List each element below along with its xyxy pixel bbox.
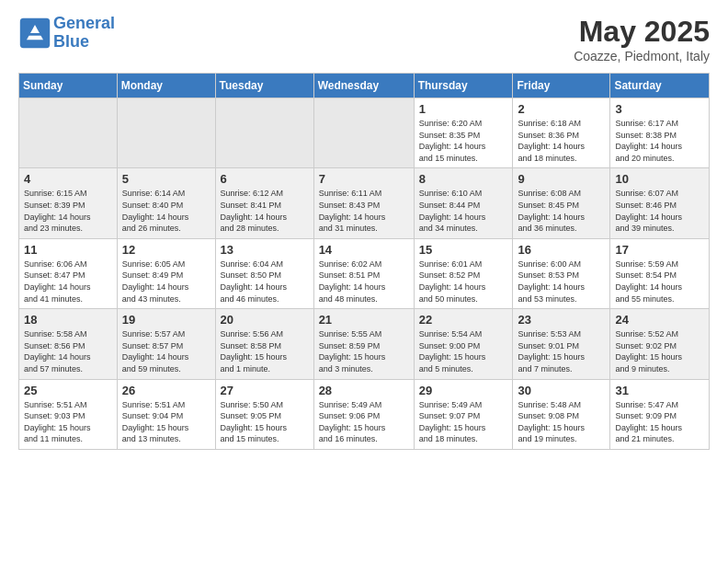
calendar-cell: 26Sunrise: 5:51 AM Sunset: 9:04 PM Dayli… bbox=[117, 379, 215, 449]
logo-general: General bbox=[53, 14, 115, 32]
day-info: Sunrise: 6:02 AM Sunset: 8:51 PM Dayligh… bbox=[319, 259, 409, 304]
day-info: Sunrise: 6:18 AM Sunset: 8:36 PM Dayligh… bbox=[518, 118, 605, 164]
weekday-header: Wednesday bbox=[313, 74, 414, 98]
day-number: 6 bbox=[221, 172, 309, 186]
day-number: 8 bbox=[419, 172, 508, 186]
calendar-week-row: 4Sunrise: 6:15 AM Sunset: 8:39 PM Daylig… bbox=[19, 168, 710, 238]
day-info: Sunrise: 6:00 AM Sunset: 8:53 PM Dayligh… bbox=[518, 259, 605, 304]
calendar-cell: 29Sunrise: 5:49 AM Sunset: 9:07 PM Dayli… bbox=[414, 379, 513, 449]
day-info: Sunrise: 5:52 AM Sunset: 9:02 PM Dayligh… bbox=[615, 328, 704, 374]
day-info: Sunrise: 5:51 AM Sunset: 9:03 PM Dayligh… bbox=[24, 399, 112, 445]
calendar-cell: 22Sunrise: 5:54 AM Sunset: 9:00 PM Dayli… bbox=[414, 309, 513, 379]
day-info: Sunrise: 6:20 AM Sunset: 8:35 PM Dayligh… bbox=[419, 118, 508, 164]
calendar-cell: 1Sunrise: 6:20 AM Sunset: 8:35 PM Daylig… bbox=[414, 98, 513, 168]
day-info: Sunrise: 5:50 AM Sunset: 9:05 PM Dayligh… bbox=[221, 399, 309, 445]
calendar-cell: 14Sunrise: 6:02 AM Sunset: 8:51 PM Dayli… bbox=[313, 238, 414, 308]
weekday-header-row: SundayMondayTuesdayWednesdayThursdayFrid… bbox=[19, 74, 710, 98]
calendar-cell: 16Sunrise: 6:00 AM Sunset: 8:53 PM Dayli… bbox=[513, 238, 610, 308]
day-number: 9 bbox=[518, 172, 605, 186]
weekday-header: Saturday bbox=[610, 74, 710, 98]
day-number: 13 bbox=[221, 243, 309, 257]
day-number: 1 bbox=[419, 102, 508, 116]
day-number: 29 bbox=[419, 384, 508, 397]
day-number: 14 bbox=[319, 243, 409, 257]
weekday-header: Thursday bbox=[414, 74, 513, 98]
page: General Blue May 2025 Coazze, Piedmont, … bbox=[0, 0, 728, 465]
calendar-cell: 19Sunrise: 5:57 AM Sunset: 8:57 PM Dayli… bbox=[117, 309, 215, 379]
calendar-cell bbox=[313, 98, 414, 168]
calendar-cell: 10Sunrise: 6:07 AM Sunset: 8:46 PM Dayli… bbox=[610, 168, 710, 238]
day-number: 16 bbox=[518, 243, 605, 257]
calendar-cell: 4Sunrise: 6:15 AM Sunset: 8:39 PM Daylig… bbox=[19, 168, 118, 238]
day-info: Sunrise: 5:58 AM Sunset: 8:56 PM Dayligh… bbox=[24, 328, 112, 374]
day-number: 25 bbox=[24, 384, 112, 397]
calendar-week-row: 25Sunrise: 5:51 AM Sunset: 9:03 PM Dayli… bbox=[19, 379, 710, 449]
day-info: Sunrise: 5:54 AM Sunset: 9:00 PM Dayligh… bbox=[419, 328, 508, 374]
day-number: 5 bbox=[122, 172, 210, 186]
calendar-cell: 12Sunrise: 6:05 AM Sunset: 8:49 PM Dayli… bbox=[117, 238, 215, 308]
logo-icon bbox=[18, 17, 51, 50]
logo: General Blue bbox=[18, 15, 115, 52]
day-info: Sunrise: 6:04 AM Sunset: 8:50 PM Dayligh… bbox=[221, 259, 309, 304]
calendar-cell: 17Sunrise: 5:59 AM Sunset: 8:54 PM Dayli… bbox=[610, 238, 710, 308]
day-info: Sunrise: 6:10 AM Sunset: 8:44 PM Dayligh… bbox=[419, 188, 508, 234]
calendar-cell bbox=[19, 98, 118, 168]
day-number: 26 bbox=[122, 384, 210, 397]
day-info: Sunrise: 6:06 AM Sunset: 8:47 PM Dayligh… bbox=[24, 259, 112, 304]
day-info: Sunrise: 6:08 AM Sunset: 8:45 PM Dayligh… bbox=[518, 188, 605, 234]
month-title: May 2025 bbox=[574, 15, 710, 49]
day-number: 10 bbox=[615, 172, 704, 186]
day-number: 12 bbox=[122, 243, 210, 257]
day-info: Sunrise: 6:15 AM Sunset: 8:39 PM Dayligh… bbox=[24, 188, 112, 234]
title-block: May 2025 Coazze, Piedmont, Italy bbox=[574, 15, 710, 63]
calendar-cell: 13Sunrise: 6:04 AM Sunset: 8:50 PM Dayli… bbox=[215, 238, 313, 308]
calendar-cell: 24Sunrise: 5:52 AM Sunset: 9:02 PM Dayli… bbox=[610, 309, 710, 379]
calendar-cell: 2Sunrise: 6:18 AM Sunset: 8:36 PM Daylig… bbox=[513, 98, 610, 168]
day-info: Sunrise: 5:51 AM Sunset: 9:04 PM Dayligh… bbox=[122, 399, 210, 445]
calendar-cell: 25Sunrise: 5:51 AM Sunset: 9:03 PM Dayli… bbox=[19, 379, 118, 449]
day-number: 20 bbox=[221, 313, 309, 327]
calendar-cell bbox=[215, 98, 313, 168]
day-info: Sunrise: 5:49 AM Sunset: 9:06 PM Dayligh… bbox=[319, 399, 409, 445]
day-number: 2 bbox=[518, 102, 605, 116]
day-info: Sunrise: 6:05 AM Sunset: 8:49 PM Dayligh… bbox=[122, 259, 210, 304]
calendar-cell bbox=[117, 98, 215, 168]
calendar-cell: 3Sunrise: 6:17 AM Sunset: 8:38 PM Daylig… bbox=[610, 98, 710, 168]
logo-text: General Blue bbox=[53, 15, 115, 52]
calendar-cell: 30Sunrise: 5:48 AM Sunset: 9:08 PM Dayli… bbox=[513, 379, 610, 449]
day-info: Sunrise: 5:56 AM Sunset: 8:58 PM Dayligh… bbox=[221, 328, 309, 374]
calendar-cell: 6Sunrise: 6:12 AM Sunset: 8:41 PM Daylig… bbox=[215, 168, 313, 238]
day-number: 19 bbox=[122, 313, 210, 327]
calendar-week-row: 11Sunrise: 6:06 AM Sunset: 8:47 PM Dayli… bbox=[19, 238, 710, 308]
day-number: 3 bbox=[615, 102, 704, 116]
day-info: Sunrise: 6:12 AM Sunset: 8:41 PM Dayligh… bbox=[221, 188, 309, 234]
day-info: Sunrise: 6:17 AM Sunset: 8:38 PM Dayligh… bbox=[615, 118, 704, 164]
calendar-cell: 5Sunrise: 6:14 AM Sunset: 8:40 PM Daylig… bbox=[117, 168, 215, 238]
day-info: Sunrise: 5:57 AM Sunset: 8:57 PM Dayligh… bbox=[122, 328, 210, 374]
day-number: 7 bbox=[319, 172, 409, 186]
calendar-cell: 11Sunrise: 6:06 AM Sunset: 8:47 PM Dayli… bbox=[19, 238, 118, 308]
calendar-cell: 21Sunrise: 5:55 AM Sunset: 8:59 PM Dayli… bbox=[313, 309, 414, 379]
calendar-cell: 7Sunrise: 6:11 AM Sunset: 8:43 PM Daylig… bbox=[313, 168, 414, 238]
weekday-header: Friday bbox=[513, 74, 610, 98]
day-number: 17 bbox=[615, 243, 704, 257]
day-number: 24 bbox=[615, 313, 704, 327]
calendar: SundayMondayTuesdayWednesdayThursdayFrid… bbox=[18, 73, 710, 450]
day-number: 28 bbox=[319, 384, 409, 397]
day-number: 31 bbox=[615, 384, 704, 397]
day-number: 22 bbox=[419, 313, 508, 327]
day-number: 30 bbox=[518, 384, 605, 397]
day-info: Sunrise: 6:01 AM Sunset: 8:52 PM Dayligh… bbox=[419, 259, 508, 304]
day-number: 23 bbox=[518, 313, 605, 327]
calendar-cell: 15Sunrise: 6:01 AM Sunset: 8:52 PM Dayli… bbox=[414, 238, 513, 308]
calendar-cell: 27Sunrise: 5:50 AM Sunset: 9:05 PM Dayli… bbox=[215, 379, 313, 449]
calendar-cell: 20Sunrise: 5:56 AM Sunset: 8:58 PM Dayli… bbox=[215, 309, 313, 379]
day-info: Sunrise: 5:53 AM Sunset: 9:01 PM Dayligh… bbox=[518, 328, 605, 374]
day-info: Sunrise: 6:14 AM Sunset: 8:40 PM Dayligh… bbox=[122, 188, 210, 234]
weekday-header: Monday bbox=[117, 74, 215, 98]
calendar-week-row: 18Sunrise: 5:58 AM Sunset: 8:56 PM Dayli… bbox=[19, 309, 710, 379]
day-number: 11 bbox=[24, 243, 112, 257]
day-info: Sunrise: 6:11 AM Sunset: 8:43 PM Dayligh… bbox=[319, 188, 409, 234]
calendar-cell: 28Sunrise: 5:49 AM Sunset: 9:06 PM Dayli… bbox=[313, 379, 414, 449]
day-info: Sunrise: 5:47 AM Sunset: 9:09 PM Dayligh… bbox=[615, 399, 704, 445]
